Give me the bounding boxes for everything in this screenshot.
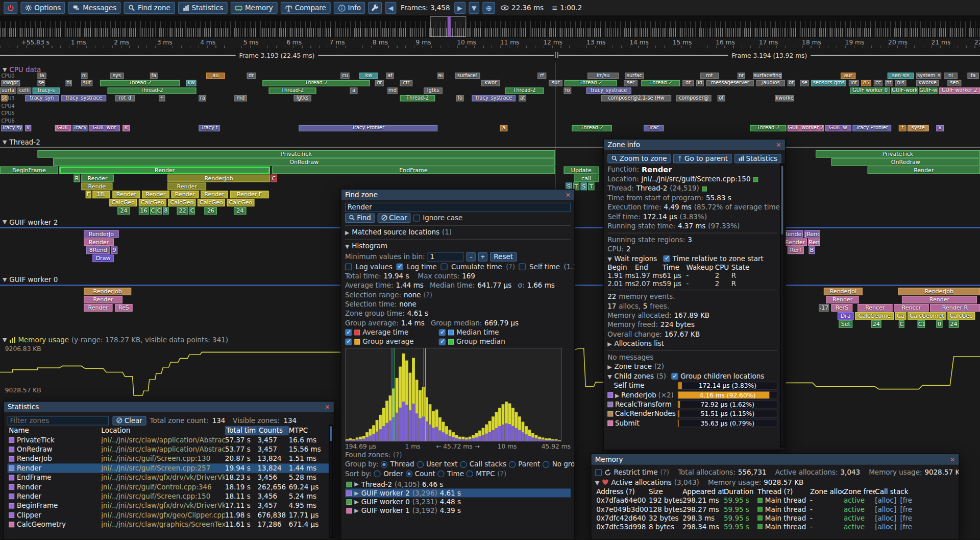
min-bin-input[interactable] <box>428 252 464 261</box>
timeline-zone[interactable]: dr <box>247 73 256 79</box>
decrement-button[interactable]: - <box>466 252 475 261</box>
timeline-zone[interactable]: GUIF-wor <box>89 125 120 131</box>
compare-button[interactable]: Compare <box>280 2 330 14</box>
child-zone-row[interactable]: RecalcTransform72.92 µs (1.62%) <box>607 400 777 409</box>
allocation-row[interactable]: 0x7dfc53d9988 bytes298.34 ms59.95 sMain … <box>595 522 955 531</box>
timeline-zone[interactable]: surfa <box>0 87 16 93</box>
option-checkbox[interactable] <box>519 264 525 270</box>
timeline-zone[interactable]: GUIF-w <box>919 87 938 93</box>
timeline-zone[interactable]: Rerf <box>788 246 804 254</box>
thread-section-header[interactable]: ▼GUIF worker 2 <box>3 218 58 226</box>
child-zone-row[interactable]: Self time172.14 µs (3.83%) <box>607 381 777 390</box>
statistics-row[interactable]: OnRedrawjni/../jni/src/claw/application/… <box>8 445 330 454</box>
timeline-zone[interactable]: cfr <box>400 80 412 86</box>
radio-count[interactable] <box>405 471 412 477</box>
wait-region-row[interactable]: 2.01 ms2.07 ms59 µs-2R <box>607 279 777 288</box>
timeline-zone[interactable]: Render <box>783 230 803 238</box>
timeline-zone[interactable]: RenderJob <box>898 288 980 295</box>
statistics-scrollbar[interactable] <box>329 425 333 538</box>
statistics-row[interactable]: Renderjni/../jni/src/guif/Control.cpp:34… <box>8 482 330 491</box>
found-zone-group[interactable]: ▶GUIF worker 1(3,192)4.39 s <box>345 506 571 515</box>
legend-checkbox[interactable] <box>345 338 352 345</box>
power-button[interactable] <box>4 2 17 14</box>
timeline-zone[interactable]: Render <box>201 191 228 198</box>
find-zone-title-bar[interactable]: Find zone ✕ <box>341 190 575 200</box>
child-zone-row[interactable]: CalcRenderNodes51.51 µs (1.15%) <box>607 409 777 418</box>
timeline-zone[interactable]: GUIF-work <box>891 87 917 93</box>
timeline-zone[interactable]: C <box>189 207 195 215</box>
tools-button[interactable] <box>369 2 382 14</box>
timeline-zone[interactable]: sen-sis <box>888 73 914 79</box>
timeline-zone[interactable]: Thread-2 <box>572 125 611 131</box>
radio-no-groupi[interactable] <box>543 461 549 467</box>
timeline-zone[interactable]: id <box>696 80 704 86</box>
legend-checkbox[interactable] <box>439 338 446 345</box>
timeline-zone[interactable]: 22 <box>177 207 188 215</box>
timeline-zone[interactable]: tracy-s <box>33 87 60 93</box>
memory-usage-section-header[interactable]: ▼ Memory usage (y-range: 178.27 KB, visi… <box>3 335 228 344</box>
timeline-zone[interactable]: 8Rend <box>86 246 110 254</box>
timeline-zone[interactable]: 24 <box>117 207 130 215</box>
timeline-zone[interactable]: GUIF worker 2 <box>788 125 824 131</box>
timeline-zone[interactable]: V <box>25 125 31 131</box>
timeline-zone[interactable]: nis <box>895 80 906 86</box>
zone-trace-toggle[interactable]: ▶Zone trace(2) <box>607 362 777 371</box>
timeline-zone[interactable]: RenderJob <box>167 175 270 182</box>
timeline-zone[interactable]: CalcGeomet <box>908 312 946 320</box>
timeline-zone[interactable]: kwgpr <box>1 80 20 86</box>
timeline-zone[interactable]: kworke <box>916 80 939 86</box>
timeline-zone[interactable]: Tracy sy <box>1 125 22 131</box>
statistics-title-bar[interactable]: Statistics ✕ <box>4 402 334 412</box>
time-relative-checkbox[interactable] <box>663 255 670 262</box>
prev-frame-button[interactable]: ◀ <box>385 2 397 14</box>
active-allocations-toggle[interactable]: ▼ Active allocations(3,043) Memory usage… <box>595 478 955 487</box>
histogram-toggle[interactable]: ▼Histogram <box>345 242 571 251</box>
goto-frame-button[interactable]: ⊕ <box>483 2 496 14</box>
timeline-zone[interactable]: rot_d <box>115 95 135 101</box>
timeline-zone[interactable]: /audios <box>756 80 785 86</box>
radio-user-text[interactable] <box>417 461 424 467</box>
timeline-zone[interactable]: 24 <box>871 320 881 328</box>
timeline-zone[interactable]: tracy_syn <box>25 95 59 101</box>
timeline-zone[interactable]: nr <box>738 73 745 79</box>
timeline-zone[interactable]: Thread-2 <box>100 80 180 86</box>
find-zone-button[interactable]: Find zone <box>124 2 175 14</box>
clear-button[interactable]: Clear <box>377 213 411 222</box>
timeline-zone[interactable]: Render R <box>930 304 980 312</box>
timeline-zone[interactable]: Ca <box>895 312 906 320</box>
timeline-zone[interactable]: CalcGeo <box>198 199 225 206</box>
column-header[interactable]: Duration <box>724 487 757 496</box>
timeline-zone[interactable]: 16 <box>139 207 149 215</box>
timeline-zone[interactable]: R <box>74 175 80 182</box>
timeline-zone[interactable]: A5 <box>861 80 871 86</box>
timeline-zone[interactable]: OnRedraw <box>831 158 980 166</box>
timeline-zone[interactable]: md <box>234 95 247 101</box>
timeline-zone[interactable]: Tracy Profiler <box>852 125 891 131</box>
go-to-parent-button[interactable]: ↑ Go to parent <box>673 154 732 163</box>
timeline-zone[interactable]: surfacefing <box>753 73 782 79</box>
timeline-zone[interactable]: 24 <box>234 207 246 215</box>
child-zone-row[interactable]: Submit35.63 µs (0.79%) <box>607 418 777 428</box>
timeline-zone[interactable]: Renccr <box>894 304 929 312</box>
timeline-zone[interactable]: kw <box>186 80 197 86</box>
timeline-zone[interactable]: S <box>581 183 587 191</box>
timeline-zone[interactable]: rf <box>537 73 546 79</box>
timeline-zone[interactable]: 0 <box>936 320 942 328</box>
statistics-row[interactable]: BeginFramejni/../jni/src/claw/gfx/drv/vk… <box>8 501 330 510</box>
statistics-table-header[interactable]: Name Location Total tim Counts MTPC <box>8 426 330 435</box>
timeline-zone[interactable]: iot <box>849 80 859 86</box>
timeline-zone[interactable]: RenderJo <box>84 230 119 238</box>
timeline-zone[interactable]: tracy_systrace <box>586 87 631 93</box>
timeline-zone[interactable]: GUIF worker 0 <box>850 87 890 93</box>
timeline-zone[interactable]: kw <box>359 73 378 79</box>
timeline-zone[interactable]: composer@2.1-se (Hw <box>601 95 671 101</box>
timeline-zone[interactable]: Render <box>84 304 112 312</box>
frame-set-dropdown-button[interactable]: ▼ <box>469 2 480 14</box>
timeline-zone[interactable]: Render <box>84 296 122 303</box>
child-zones-toggle[interactable]: ▼Child zones(5) Group children locations <box>607 371 777 381</box>
timeline-zone[interactable]: irr/su <box>587 73 619 79</box>
found-zone-group[interactable]: ▶GUIF worker 0(3,231)4.48 s <box>345 497 571 506</box>
messages-button[interactable]: Messages <box>68 2 121 14</box>
timeline-zone[interactable]: C <box>271 175 277 182</box>
restrict-time-checkbox[interactable] <box>595 469 602 476</box>
